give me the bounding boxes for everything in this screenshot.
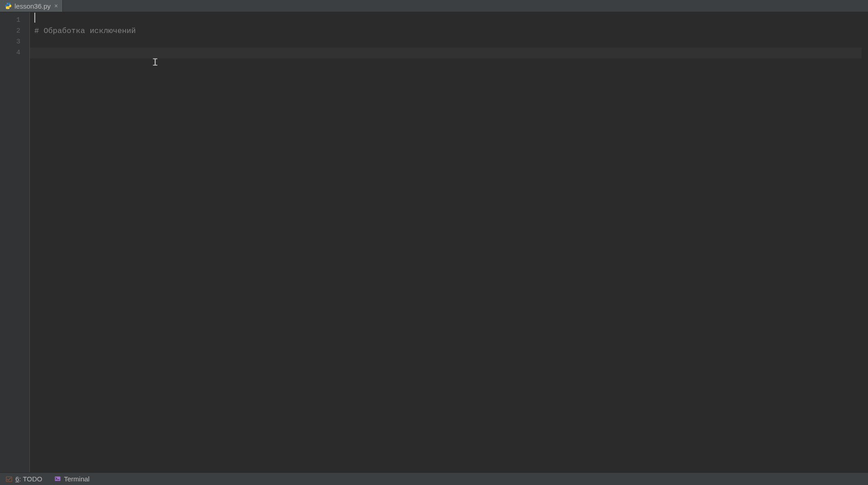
svg-rect-3: [55, 476, 60, 481]
line-number: 4: [0, 48, 29, 58]
terminal-tool-button[interactable]: Terminal: [52, 474, 91, 484]
todo-icon: [5, 475, 13, 483]
python-file-icon: [5, 2, 12, 10]
line-number: 1: [0, 15, 29, 26]
todo-label: 6: TODO: [15, 475, 42, 483]
text-caret: [34, 13, 35, 23]
line-number: 3: [0, 37, 29, 48]
code-editor[interactable]: # Обработка исключений I: [30, 12, 862, 472]
line-number: 2: [0, 26, 29, 37]
todo-tool-button[interactable]: 6: TODO: [4, 474, 44, 484]
svg-point-1: [9, 8, 9, 9]
line-number-gutter[interactable]: 1 2 3 4: [0, 12, 30, 472]
editor-tab-bar: lesson36.py ×: [0, 0, 868, 12]
editor-area: 1 2 3 4 # Обработка исключений I: [0, 12, 868, 472]
close-tab-icon[interactable]: ×: [53, 3, 59, 9]
svg-point-0: [7, 3, 7, 4]
file-tab-label: lesson36.py: [14, 2, 51, 10]
comment-text: # Обработка исключений: [34, 27, 136, 35]
editor-right-strip: [862, 12, 868, 472]
file-tab-lesson36[interactable]: lesson36.py ×: [0, 0, 63, 12]
terminal-icon: [54, 475, 61, 483]
code-line: [30, 15, 862, 26]
code-line-current: [30, 48, 862, 58]
terminal-label: Terminal: [64, 475, 90, 483]
tool-window-bar: 6: TODO Terminal: [0, 472, 868, 485]
code-line: [30, 37, 862, 48]
code-line: # Обработка исключений: [30, 26, 862, 37]
ibeam-cursor-icon: I: [152, 57, 158, 68]
